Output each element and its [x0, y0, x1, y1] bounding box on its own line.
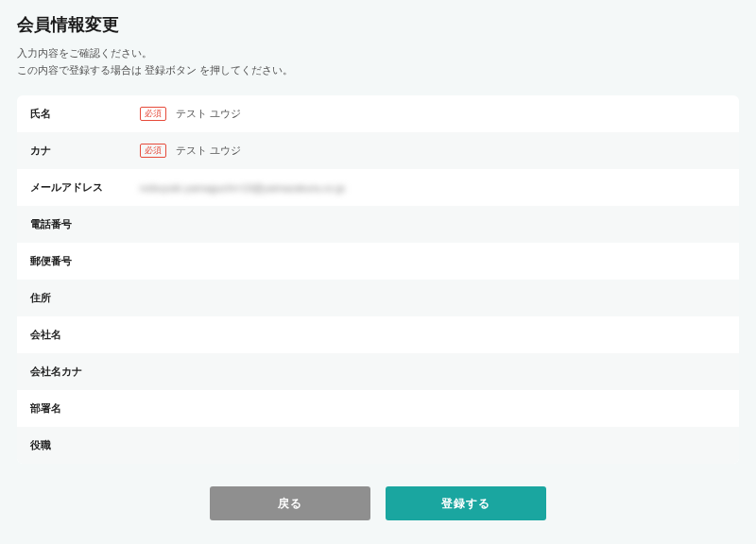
row-name: 氏名 必須 テスト ユウジ	[17, 95, 739, 132]
label-address: 住所	[30, 291, 140, 305]
row-department: 部署名	[17, 390, 739, 427]
label-name: 氏名	[30, 107, 140, 121]
label-position: 役職	[30, 438, 140, 452]
description-line-2: この内容で登録する場合は 登録ボタン を押してください。	[17, 64, 293, 76]
back-button[interactable]: 戻る	[210, 486, 370, 520]
action-bar: 戻る 登録する	[17, 464, 739, 530]
row-kana: カナ 必須 テスト ユウジ	[17, 132, 739, 169]
page-description: 入力内容をご確認ください。 この内容で登録する場合は 登録ボタン を押してくださ…	[17, 45, 739, 78]
form-confirmation-card: 氏名 必須 テスト ユウジ カナ 必須 テスト ユウジ メールアドレス nobu…	[17, 95, 739, 464]
row-postal: 郵便番号	[17, 243, 739, 280]
label-phone: 電話番号	[30, 217, 140, 231]
required-badge: 必須	[140, 144, 166, 158]
label-email: メールアドレス	[30, 180, 140, 195]
value-email: nobuyuki-yamaguchi+10@yamazakura.co.jp	[140, 182, 345, 194]
label-company: 会社名	[30, 328, 140, 342]
label-department: 部署名	[30, 401, 140, 416]
row-email: メールアドレス nobuyuki-yamaguchi+10@yamazakura…	[17, 169, 739, 206]
row-position: 役職	[17, 427, 739, 464]
page-title: 会員情報変更	[17, 13, 739, 36]
submit-button[interactable]: 登録する	[386, 486, 546, 520]
description-line-1: 入力内容をご確認ください。	[17, 47, 152, 59]
row-address: 住所	[17, 280, 739, 316]
label-kana: カナ	[30, 144, 140, 158]
label-postal: 郵便番号	[30, 254, 140, 268]
required-badge: 必須	[140, 107, 166, 121]
row-company-kana: 会社名カナ	[17, 353, 739, 390]
value-kana: テスト ユウジ	[176, 144, 241, 158]
row-phone: 電話番号	[17, 206, 739, 243]
row-company: 会社名	[17, 316, 739, 353]
label-company-kana: 会社名カナ	[30, 365, 140, 379]
value-name: テスト ユウジ	[176, 107, 241, 121]
